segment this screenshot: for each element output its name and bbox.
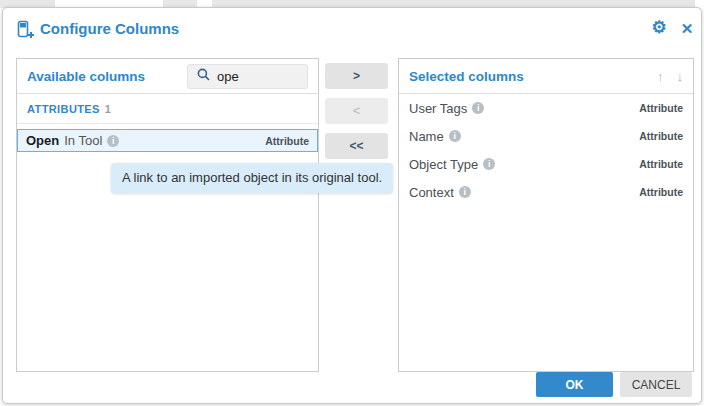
ok-button[interactable]: OK (536, 372, 613, 397)
close-icon[interactable]: ✕ (677, 19, 697, 39)
tooltip: A link to an imported object in its orig… (111, 163, 393, 193)
selected-columns-header: Selected columns ↑ ↓ (399, 59, 693, 94)
move-down-icon[interactable]: ↓ (677, 69, 684, 84)
selected-row-user-tags[interactable]: User Tagsi Attribute (399, 94, 693, 122)
available-columns-panel: Available columns ATTRIBUTES1 Open In To… (16, 58, 319, 372)
attributes-group-label: ATTRIBUTES (27, 103, 100, 115)
info-icon[interactable]: i (449, 130, 461, 142)
move-up-icon[interactable]: ↑ (657, 69, 664, 84)
selected-columns-panel: Selected columns ↑ ↓ User Tagsi Attribut… (398, 58, 694, 372)
configure-columns-dialog: Configure Columns ⚙ ✕ Available columns (2, 7, 702, 404)
cancel-button[interactable]: CANCEL (620, 372, 692, 397)
attribute-type-badge: Attribute (639, 130, 683, 142)
move-all-left-button[interactable]: << (325, 133, 388, 159)
info-icon[interactable]: i (107, 135, 119, 147)
search-icon (197, 67, 210, 85)
settings-gear-icon[interactable]: ⚙ (649, 18, 669, 38)
selected-row-object-type[interactable]: Object Typei Attribute (399, 150, 693, 178)
attribute-type-badge: Attribute (639, 158, 683, 170)
selected-row-context[interactable]: Contexti Attribute (399, 178, 693, 206)
dialog-footer: OK CANCEL (536, 372, 692, 397)
info-icon[interactable]: i (472, 102, 484, 114)
attribute-type-badge: Attribute (265, 135, 309, 147)
move-right-button[interactable]: > (325, 63, 388, 89)
screenshot-root: Configure Columns ⚙ ✕ Available columns (0, 0, 704, 406)
search-input[interactable] (217, 69, 298, 84)
search-box[interactable] (187, 64, 308, 89)
selected-row-name[interactable]: Namei Attribute (399, 122, 693, 150)
add-column-icon (17, 20, 35, 40)
attributes-group-header: ATTRIBUTES1 (17, 94, 318, 124)
info-icon[interactable]: i (459, 186, 471, 198)
attribute-type-badge: Attribute (639, 186, 683, 198)
info-icon[interactable]: i (483, 158, 495, 170)
move-left-button[interactable]: < (325, 98, 388, 124)
attribute-type-badge: Attribute (639, 102, 683, 114)
selected-columns-title: Selected columns (409, 69, 657, 84)
attributes-group-count: 1 (105, 103, 112, 115)
available-columns-title: Available columns (27, 69, 187, 84)
available-row-label: Open In Tooli (26, 133, 265, 148)
available-columns-header: Available columns (17, 59, 318, 94)
available-row-open-in-tool[interactable]: Open In Tooli Attribute (17, 129, 318, 152)
dialog-title: Configure Columns (40, 20, 179, 37)
